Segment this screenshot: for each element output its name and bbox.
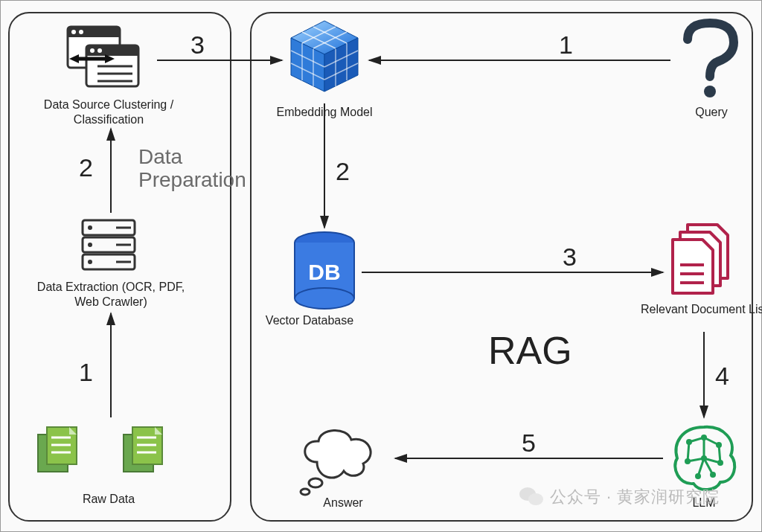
edge-rag-3: 3: [563, 243, 577, 272]
data-prep-title: Data Preparation: [138, 146, 246, 192]
edge-rag-2: 2: [336, 157, 350, 186]
answer-label: Answer: [269, 496, 417, 510]
arrows-layer: [1, 1, 762, 532]
edge-rag-4: 4: [715, 362, 729, 391]
edge-dp-2: 2: [79, 153, 93, 182]
edge-dp-3: 3: [190, 31, 205, 60]
wechat-icon: [518, 484, 545, 508]
svg-point-79: [528, 493, 543, 505]
doc-list-label: Relevant Document List: [630, 302, 762, 317]
watermark-text: 公众号 · 黄家润研究院: [550, 486, 720, 508]
embedding-label: Embedding Model: [250, 105, 399, 120]
vector-db-label: Vector Database: [250, 313, 369, 328]
edge-dp-1: 1: [79, 358, 93, 387]
clustering-label: Data Source Clustering / Classification: [34, 97, 183, 127]
data-extraction-label: Data Extraction (OCR, PDF, Web Crawler): [36, 280, 185, 310]
query-label: Query: [637, 105, 762, 120]
edge-rag-1: 1: [559, 31, 573, 60]
rag-title: RAG: [488, 328, 572, 373]
diagram-canvas: DB: [0, 0, 762, 532]
edge-rag-5: 5: [522, 429, 536, 458]
raw-data-label: Raw Data: [34, 492, 183, 507]
